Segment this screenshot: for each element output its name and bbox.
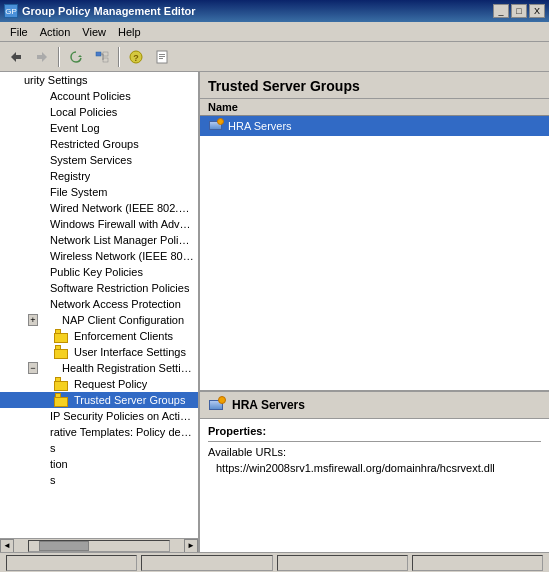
tree-item[interactable]: tion [0,456,198,472]
tree-item[interactable]: s [0,440,198,456]
svg-rect-6 [103,52,108,56]
tree-item-label: Windows Firewall with Advanced Se [50,218,194,230]
menu-file[interactable]: File [4,24,34,40]
tree-item[interactable]: Public Key Policies [0,264,198,280]
list-content[interactable]: HRA Servers [200,116,549,390]
properties-section: Properties: Available URLs: https://win2… [200,419,549,552]
list-item[interactable]: HRA Servers [200,116,549,136]
close-button[interactable]: X [529,4,545,18]
tree-item[interactable]: Local Policies [0,104,198,120]
right-bottom-panel: HRA Servers Properties: Available URLs: … [200,392,549,552]
help-button[interactable]: ? [124,46,148,68]
menu-help[interactable]: Help [112,24,147,40]
title-bar-controls: _ □ X [493,4,545,18]
maximize-button[interactable]: □ [511,4,527,18]
menu-bar: File Action View Help [0,22,549,42]
title-bar: GP Group Policy Management Editor _ □ X [0,0,549,22]
minimize-button[interactable]: _ [493,4,509,18]
hscroll-left-button[interactable]: ◄ [0,539,14,553]
tree-item-label: Wireless Network (IEEE 802.11) Pol [50,250,194,262]
selected-item-label: HRA Servers [232,398,305,412]
tree-item-label: Restricted Groups [50,138,139,150]
list-name-column: Name [208,101,238,113]
tree-item-label: Wired Network (IEEE 802.3) Policies [50,202,194,214]
tree-item-label: Local Policies [50,106,117,118]
folder-icon [54,329,70,343]
tree-item-label: urity Settings [24,74,88,86]
status-bar [0,552,549,572]
tree-item[interactable]: Software Restriction Policies [0,280,198,296]
tree-item-label: Health Registration Settings [62,362,194,374]
tree-item[interactable]: +NAP Client Configuration [0,312,198,328]
tree-item[interactable]: Request Policy [0,376,198,392]
forward-button[interactable] [30,46,54,68]
tree-item[interactable]: Trusted Server Groups [0,392,198,408]
svg-rect-14 [159,54,165,55]
main-area: urity SettingsAccount PoliciesLocal Poli… [0,72,549,552]
list-header: Name [200,99,549,116]
tree-item-label: s [50,474,56,486]
status-pane-2 [141,555,272,571]
tree-item[interactable]: Account Policies [0,88,198,104]
available-urls-label: Available URLs: [208,446,541,458]
title-bar-title: Group Policy Management Editor [22,5,196,17]
tree-item[interactable]: Wireless Network (IEEE 802.11) Pol [0,248,198,264]
tree-item-label: Enforcement Clients [74,330,173,342]
tree-item-label: System Services [50,154,132,166]
svg-text:?: ? [133,53,139,63]
tree-item[interactable]: IP Security Policies on Active Director [0,408,198,424]
hscroll-track[interactable] [28,540,170,552]
tree-item-label: Registry [50,170,90,182]
properties-divider [208,441,541,442]
tree-item-label: Event Log [50,122,100,134]
tree-hscroll: ◄ ► [0,538,198,552]
right-panel: Trusted Server Groups Name HRA Servers [200,72,549,552]
tree-item-label: IP Security Policies on Active Director [50,410,194,422]
tree-item-label: Network Access Protection [50,298,181,310]
tree-item-label: Public Key Policies [50,266,143,278]
tree-item[interactable]: Network Access Protection [0,296,198,312]
tree-item[interactable]: Registry [0,168,198,184]
tree-item[interactable]: Network List Manager Policies [0,232,198,248]
menu-action[interactable]: Action [34,24,77,40]
selected-item-header: HRA Servers [200,392,549,419]
menu-view[interactable]: View [76,24,112,40]
selected-server-icon [208,396,226,414]
svg-rect-16 [159,58,163,59]
tree-item[interactable]: urity Settings [0,72,198,88]
svg-rect-15 [159,56,165,57]
tree-item[interactable]: Restricted Groups [0,136,198,152]
tree-item[interactable]: Event Log [0,120,198,136]
tree-item[interactable]: rative Templates: Policy definitions [0,424,198,440]
properties-button[interactable] [150,46,174,68]
tree-item-label: Trusted Server Groups [74,394,185,406]
tree-item[interactable]: System Services [0,152,198,168]
hscroll-thumb[interactable] [39,541,89,551]
tree-view-button[interactable] [90,46,114,68]
tree-item[interactable]: Windows Firewall with Advanced Se [0,216,198,232]
tree-item[interactable]: File System [0,184,198,200]
back-button[interactable] [4,46,28,68]
tree-item[interactable]: User Interface Settings [0,344,198,360]
expand-icon[interactable]: − [28,362,38,374]
tree-item-label: tion [50,458,68,470]
tree-item[interactable]: Wired Network (IEEE 802.3) Policies [0,200,198,216]
expand-icon[interactable]: + [28,314,38,326]
tree-item-label: rative Templates: Policy definitions [50,426,194,438]
tree-scroll[interactable]: urity SettingsAccount PoliciesLocal Poli… [0,72,198,538]
folder-icon [54,393,70,407]
hscroll-right-button[interactable]: ► [184,539,198,553]
tree-item[interactable]: Enforcement Clients [0,328,198,344]
tree-item-label: Request Policy [74,378,147,390]
svg-marker-4 [78,55,82,57]
panel-title: Trusted Server Groups [200,72,549,99]
status-pane-1 [6,555,137,571]
url-value: https://win2008srv1.msfirewall.org/domai… [208,462,541,474]
toolbar: ? [0,42,549,72]
tree-item[interactable]: −Health Registration Settings [0,360,198,376]
tree-item[interactable]: s [0,472,198,488]
tree-item-label: Software Restriction Policies [50,282,189,294]
right-top-panel: Trusted Server Groups Name HRA Servers [200,72,549,392]
refresh-button[interactable] [64,46,88,68]
tree-item-label: User Interface Settings [74,346,186,358]
